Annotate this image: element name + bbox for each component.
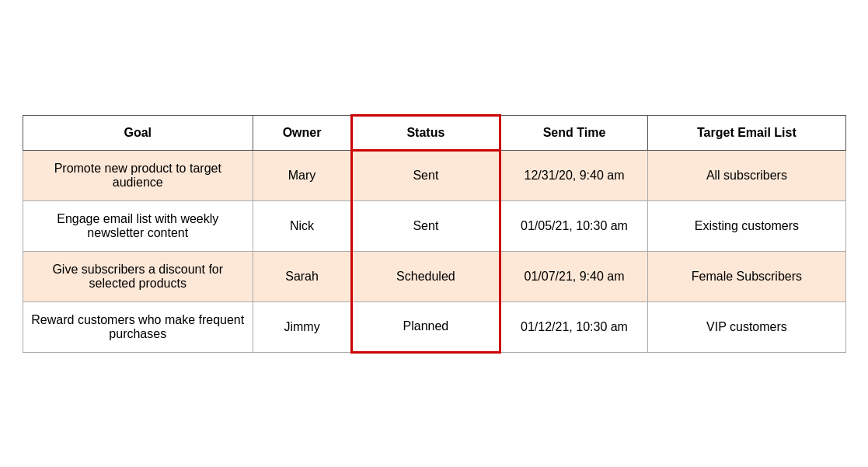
- table-row: Promote new product to target audienceMa…: [23, 150, 845, 200]
- cell-goal: Reward customers who make frequent purch…: [23, 301, 253, 352]
- header-goal: Goal: [23, 115, 253, 150]
- cell-status: Scheduled: [352, 251, 500, 301]
- cell-target-email-list: Existing customers: [648, 200, 845, 251]
- header-status: Status: [352, 115, 500, 150]
- cell-owner: Sarah: [253, 251, 352, 301]
- table-row: Give subscribers a discount for selected…: [23, 251, 845, 301]
- cell-goal: Give subscribers a discount for selected…: [23, 251, 253, 301]
- header-owner: Owner: [253, 115, 352, 150]
- cell-send-time: 12/31/20, 9:40 am: [500, 150, 648, 200]
- cell-send-time: 01/07/21, 9:40 am: [500, 251, 648, 301]
- cell-send-time: 01/05/21, 10:30 am: [500, 200, 648, 251]
- cell-goal: Engage email list with weekly newsletter…: [23, 200, 253, 251]
- cell-status: Planned: [352, 301, 500, 352]
- table-row: Engage email list with weekly newsletter…: [23, 200, 845, 251]
- campaign-table: Goal Owner Status Send Time Target Email…: [23, 114, 846, 354]
- table-wrapper: Goal Owner Status Send Time Target Email…: [23, 114, 846, 354]
- header-send-time: Send Time: [500, 115, 648, 150]
- cell-owner: Jimmy: [253, 301, 352, 352]
- cell-target-email-list: VIP customers: [648, 301, 845, 352]
- cell-goal: Promote new product to target audience: [23, 150, 253, 200]
- cell-send-time: 01/12/21, 10:30 am: [500, 301, 648, 352]
- cell-target-email-list: All subscribers: [648, 150, 845, 200]
- cell-status: Sent: [352, 150, 500, 200]
- table-row: Reward customers who make frequent purch…: [23, 301, 845, 352]
- cell-owner: Nick: [253, 200, 352, 251]
- cell-owner: Mary: [253, 150, 352, 200]
- header-target-email-list: Target Email List: [648, 115, 845, 150]
- cell-target-email-list: Female Subscribers: [648, 251, 845, 301]
- cell-status: Sent: [352, 200, 500, 251]
